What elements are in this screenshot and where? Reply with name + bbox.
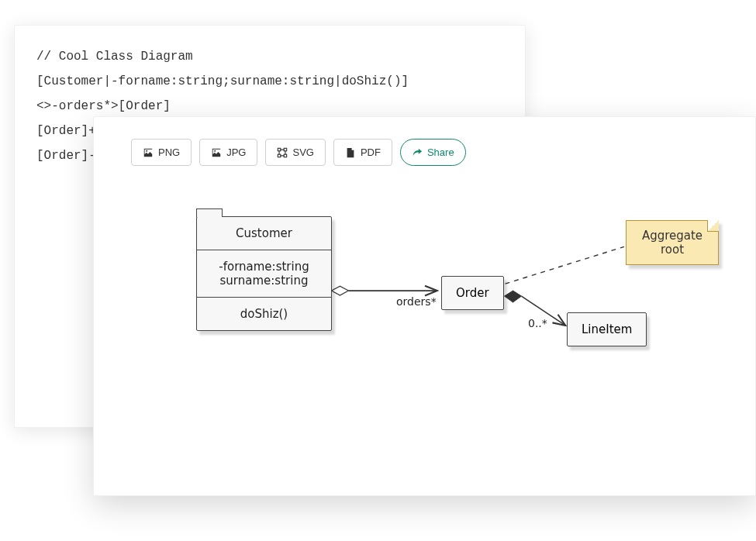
class-lineitem[interactable]: LineItem (567, 312, 647, 346)
edge-customer-order (331, 286, 437, 295)
class-attributes: -forname:string surname:string (197, 250, 331, 297)
class-order[interactable]: Order (441, 276, 504, 310)
class-name: Customer (197, 217, 331, 250)
svg-rect-1 (285, 154, 288, 157)
class-methods: doShiz() (197, 297, 331, 330)
image-icon (211, 147, 222, 158)
note-line: root (637, 243, 707, 257)
export-svg-label: SVG (292, 146, 313, 158)
export-png-label: PNG (158, 146, 180, 158)
svg-line-8 (506, 246, 624, 284)
export-pdf-label: PDF (361, 146, 381, 158)
attr: -forname:string (209, 260, 319, 274)
class-name: Order (456, 286, 489, 300)
note-aggregate-root[interactable]: Aggregate root (626, 220, 719, 265)
class-customer[interactable]: Customer -forname:string surname:string … (196, 216, 332, 331)
export-toolbar: PNG JPG SVG PDF Share (131, 139, 466, 166)
export-jpg-button[interactable]: JPG (199, 139, 257, 166)
edge-order-note (506, 246, 624, 284)
export-svg-button[interactable]: SVG (265, 139, 325, 166)
class-name: LineItem (582, 322, 632, 336)
svg-marker-6 (505, 291, 522, 302)
file-icon (345, 147, 356, 158)
svg-rect-3 (278, 154, 281, 157)
share-button[interactable]: Share (400, 139, 466, 166)
image-icon (143, 147, 154, 158)
svg-rect-2 (285, 148, 288, 151)
export-pdf-button[interactable]: PDF (333, 139, 392, 166)
svg-marker-4 (331, 286, 348, 295)
export-png-button[interactable]: PNG (131, 139, 192, 166)
share-label: Share (427, 146, 454, 158)
diagram-panel: PNG JPG SVG PDF Share (93, 116, 756, 496)
class-tab (196, 208, 223, 217)
share-icon (412, 147, 423, 158)
attr: surname:string (209, 274, 319, 288)
vector-icon (277, 147, 288, 158)
note-line: Aggregate (637, 229, 707, 243)
export-jpg-label: JPG (226, 146, 246, 158)
svg-rect-0 (278, 148, 281, 151)
edge-label-mult: 0..* (528, 317, 547, 329)
edge-label-orders: orders* (396, 295, 437, 308)
